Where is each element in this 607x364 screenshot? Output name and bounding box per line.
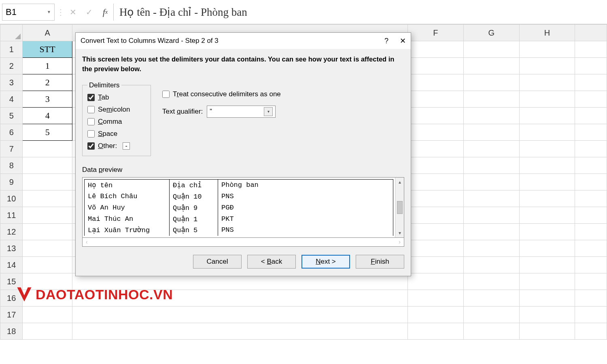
- cell-A3[interactable]: 2: [23, 74, 72, 91]
- cell[interactable]: [23, 157, 72, 174]
- back-button[interactable]: < Back: [247, 255, 296, 269]
- cell[interactable]: [575, 58, 607, 74]
- cell[interactable]: [463, 190, 519, 207]
- cell[interactable]: [575, 141, 607, 157]
- row-header[interactable]: 17: [0, 307, 23, 323]
- cell-A1[interactable]: STT: [23, 41, 72, 58]
- delimiter-other-input[interactable]: [123, 142, 130, 150]
- cell[interactable]: [519, 58, 575, 74]
- row-header[interactable]: 12: [0, 224, 23, 240]
- cell[interactable]: [463, 307, 519, 323]
- cell[interactable]: [463, 141, 519, 157]
- row-header[interactable]: 2: [0, 58, 23, 74]
- col-header-H[interactable]: H: [519, 25, 575, 41]
- treat-consecutive-checkbox[interactable]: [162, 91, 170, 98]
- cell[interactable]: [463, 74, 519, 91]
- cell[interactable]: [575, 124, 607, 141]
- cell[interactable]: [575, 307, 607, 323]
- cell[interactable]: [575, 240, 607, 257]
- row-header[interactable]: 11: [0, 207, 23, 224]
- cell[interactable]: [463, 41, 519, 58]
- cell[interactable]: [463, 124, 519, 141]
- scroll-right-icon[interactable]: ›: [399, 239, 401, 245]
- cell[interactable]: [463, 290, 519, 307]
- delimiter-space-checkbox[interactable]: [87, 130, 95, 138]
- cell[interactable]: [575, 323, 607, 340]
- cell[interactable]: [575, 190, 607, 207]
- cell[interactable]: [519, 323, 575, 340]
- text-qualifier-select[interactable]: " ▾: [207, 106, 276, 118]
- cell[interactable]: [463, 224, 519, 240]
- cell-A6[interactable]: 5: [23, 124, 72, 141]
- cell[interactable]: [408, 290, 464, 307]
- cell[interactable]: [463, 257, 519, 273]
- cell[interactable]: [408, 174, 464, 190]
- cell[interactable]: [408, 74, 464, 91]
- row-header[interactable]: 6: [0, 124, 23, 141]
- cell-A2[interactable]: 1: [23, 58, 72, 74]
- cell[interactable]: [23, 240, 72, 257]
- cell[interactable]: [575, 174, 607, 190]
- name-box[interactable]: B1 ▼: [2, 4, 55, 21]
- cell[interactable]: [575, 91, 607, 108]
- row-header[interactable]: 9: [0, 174, 23, 190]
- cell[interactable]: [72, 323, 407, 340]
- select-all-corner[interactable]: [0, 25, 23, 41]
- delimiter-tab-checkbox[interactable]: [87, 94, 95, 101]
- cell[interactable]: [519, 91, 575, 108]
- cell[interactable]: [519, 174, 575, 190]
- scroll-thumb[interactable]: [397, 201, 403, 214]
- cell[interactable]: [408, 224, 464, 240]
- cell[interactable]: [575, 257, 607, 273]
- cell[interactable]: [519, 257, 575, 273]
- row-header[interactable]: 7: [0, 141, 23, 157]
- cell[interactable]: [23, 207, 72, 224]
- help-icon[interactable]: ?: [384, 37, 388, 45]
- cell[interactable]: [408, 124, 464, 141]
- cell[interactable]: [519, 74, 575, 91]
- col-header-G[interactable]: G: [463, 25, 519, 41]
- cell[interactable]: [519, 141, 575, 157]
- row-header[interactable]: 1: [0, 41, 23, 58]
- cell[interactable]: [408, 273, 464, 290]
- cell[interactable]: [23, 174, 72, 190]
- cancel-button[interactable]: Cancel: [193, 255, 242, 269]
- cell[interactable]: [575, 41, 607, 58]
- cell[interactable]: [575, 224, 607, 240]
- cell[interactable]: [519, 108, 575, 124]
- accept-formula-icon[interactable]: ✓: [81, 4, 97, 21]
- formula-input[interactable]: Họ tên - Địa chỉ - Phòng ban: [113, 4, 607, 21]
- cell[interactable]: [519, 273, 575, 290]
- cell[interactable]: [519, 157, 575, 174]
- scroll-left-icon[interactable]: ‹: [86, 239, 88, 245]
- row-header[interactable]: 14: [0, 257, 23, 273]
- col-header-A[interactable]: A: [23, 25, 72, 41]
- cell[interactable]: [408, 58, 464, 74]
- cell[interactable]: [408, 190, 464, 207]
- row-header[interactable]: 10: [0, 190, 23, 207]
- cell[interactable]: [463, 58, 519, 74]
- scroll-up-icon[interactable]: ▴: [399, 179, 401, 185]
- fx-icon[interactable]: fx: [97, 4, 113, 21]
- cell[interactable]: [575, 157, 607, 174]
- delimiter-semicolon-checkbox[interactable]: [87, 106, 95, 113]
- cell[interactable]: [23, 141, 72, 157]
- cell[interactable]: [408, 207, 464, 224]
- delimiter-other-checkbox[interactable]: [87, 142, 95, 150]
- cell[interactable]: [519, 190, 575, 207]
- cell[interactable]: [23, 190, 72, 207]
- dialog-titlebar[interactable]: Convert Text to Columns Wizard - Step 2 …: [76, 33, 411, 49]
- cell[interactable]: [23, 257, 72, 273]
- cell[interactable]: [463, 273, 519, 290]
- cell-A5[interactable]: 4: [23, 108, 72, 124]
- cell[interactable]: [519, 240, 575, 257]
- cell[interactable]: [23, 323, 72, 340]
- cell[interactable]: [519, 307, 575, 323]
- row-header[interactable]: 5: [0, 108, 23, 124]
- cell[interactable]: [408, 41, 464, 58]
- cell[interactable]: [575, 290, 607, 307]
- row-header[interactable]: 8: [0, 157, 23, 174]
- cell[interactable]: [23, 224, 72, 240]
- cell[interactable]: [408, 108, 464, 124]
- cell[interactable]: [408, 157, 464, 174]
